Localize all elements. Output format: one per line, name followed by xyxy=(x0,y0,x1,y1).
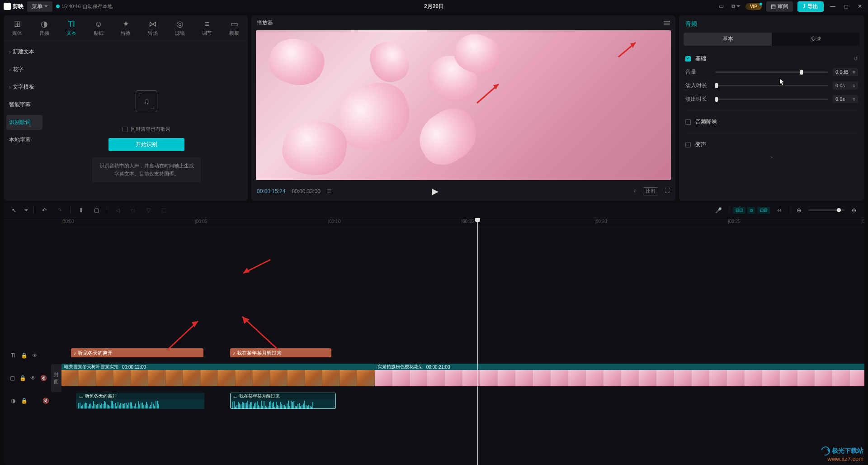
checkbox-icon xyxy=(123,127,128,132)
eye-icon[interactable]: 👁 xyxy=(30,375,36,381)
lock-icon[interactable]: 🔒 xyxy=(21,398,27,404)
lyric-description: 识别音轨中的人声，并自动在时间轴上生成字幕文本。目前仅支持国语。 xyxy=(92,157,201,182)
fadein-value[interactable]: 0.0s xyxy=(833,81,858,90)
autosave-text: 自动保存本地 xyxy=(83,3,113,10)
tool-d[interactable]: ⬚ xyxy=(159,205,169,215)
redo-button[interactable]: ↷ xyxy=(55,205,65,215)
timeline-tracks[interactable]: |00:00|00:05|00:10|00:15|00:20|00:25|00:… xyxy=(61,218,864,465)
mute-icon[interactable]: 🔇 xyxy=(40,375,47,381)
fadein-slider[interactable] xyxy=(715,85,828,86)
sidebar-item-5[interactable]: 本地字幕 xyxy=(6,133,42,147)
audio-clip[interactable]: ▭我在某年某月醒过来 xyxy=(230,393,336,409)
display-icon[interactable]: ⧉ xyxy=(731,2,741,10)
sidebar-item-3[interactable]: 智能字幕 xyxy=(6,97,42,112)
lock-icon[interactable]: 🔒 xyxy=(21,352,27,359)
snap-btn-2[interactable]: ⧈ xyxy=(747,207,755,214)
export-label: 导出 xyxy=(807,3,818,10)
mute-icon[interactable]: 🔇 xyxy=(42,398,49,404)
audio-clip[interactable]: ▭听见冬天的离开 xyxy=(76,393,204,409)
sidebar-item-2[interactable]: 文字模板 xyxy=(6,80,42,95)
vip-badge[interactable]: VIP xyxy=(745,3,762,10)
media-tab-0[interactable]: ⊞媒体 xyxy=(4,15,31,40)
pointer-tool[interactable]: ↖ xyxy=(9,205,19,215)
ruler-label: |00:30 xyxy=(861,219,864,224)
tool-chevron-icon[interactable] xyxy=(24,209,28,211)
align-icon[interactable]: ⇔ xyxy=(774,205,784,215)
split-button[interactable]: Ⅱ xyxy=(76,205,86,215)
status-dot-icon xyxy=(56,5,60,8)
fadeout-value[interactable]: 0.0s xyxy=(833,95,858,103)
video-clip-duration: 00:00:21:00 xyxy=(426,365,450,370)
reset-icon[interactable]: ↺ xyxy=(854,56,858,62)
sidebar-item-4[interactable]: 识别歌词 xyxy=(6,115,42,130)
cover-tag[interactable]: 封面 xyxy=(51,364,61,392)
tool-b[interactable]: □ xyxy=(128,205,138,215)
media-tab-icon: ◑ xyxy=(41,19,48,29)
media-tab-6[interactable]: ◎滤镜 xyxy=(166,15,193,40)
mic-icon[interactable]: 🎤 xyxy=(713,205,723,215)
media-tab-1[interactable]: ◑音频 xyxy=(31,15,58,40)
review-button[interactable]: ▤ 审阅 xyxy=(766,1,793,12)
audio-properties-panel: 音频 基本 变速 基础 ↺ 音量 0.0dB 淡入时长 0.0s 淡出时长 0.… xyxy=(679,15,864,201)
menu-button[interactable]: 菜单 xyxy=(27,1,52,12)
audio-track[interactable]: ▭听见冬天的离开▭我在某年某月醒过来 xyxy=(61,391,864,411)
fadeout-slider[interactable] xyxy=(715,99,828,100)
snap-btn-3[interactable]: ⊡⊟ xyxy=(757,207,770,214)
layout-icon[interactable]: ▭ xyxy=(717,2,726,10)
eye-icon[interactable]: 👁 xyxy=(32,352,38,359)
start-recognition-button[interactable]: 开始识别 xyxy=(108,138,184,151)
media-tab-3[interactable]: ☺贴纸 xyxy=(85,15,112,40)
list-view-icon[interactable]: ☰ xyxy=(327,188,332,195)
noise-reduce-checkbox[interactable] xyxy=(685,119,691,125)
delete-button[interactable]: ▢ xyxy=(91,205,101,215)
media-tab-label: 调节 xyxy=(202,30,212,37)
zoom-fit-icon[interactable]: ⊚ xyxy=(849,205,859,215)
time-ruler[interactable]: |00:00|00:05|00:10|00:15|00:20|00:25|00:… xyxy=(61,218,864,227)
zoom-out-icon[interactable]: ⊖ xyxy=(794,205,804,215)
media-tab-8[interactable]: ▭模板 xyxy=(221,15,248,40)
clear-existing-checkbox[interactable]: 同时清空已有歌词 xyxy=(123,126,170,133)
media-tab-5[interactable]: ⋈转场 xyxy=(139,15,166,40)
expand-icon[interactable]: ⌄ xyxy=(679,151,864,161)
volume-value[interactable]: 0.0dB xyxy=(833,68,858,76)
player-panel: 播放器 00:00:15:24 00:00:33:00 ☰ ▶ ⌕ 比例 ⛶ xyxy=(251,15,675,201)
tab-speed[interactable]: 变速 xyxy=(772,33,860,46)
media-tab-2[interactable]: TI文本 xyxy=(58,15,85,40)
voice-change-checkbox[interactable] xyxy=(685,142,691,147)
media-tab-icon: ✦ xyxy=(123,19,129,29)
player-menu-icon[interactable] xyxy=(664,21,670,25)
text-clip[interactable]: ♪我在某年某月醒过来 xyxy=(230,348,331,357)
export-button[interactable]: ⤴ 导出 xyxy=(797,1,824,12)
text-clip[interactable]: ♪听见冬天的离开 xyxy=(71,348,203,357)
ratio-button[interactable]: 比例 xyxy=(643,187,658,195)
fadeout-label: 淡出时长 xyxy=(685,95,711,103)
tool-a[interactable]: ◁ xyxy=(113,205,123,215)
sidebar-item-1[interactable]: 花字 xyxy=(6,62,42,77)
video-clip[interactable]: 实景拍摄粉色樱花花朵00:00:21:00 xyxy=(375,364,864,386)
play-button[interactable]: ▶ xyxy=(432,186,439,196)
basic-checkbox[interactable] xyxy=(685,56,691,62)
noise-reduce-row[interactable]: 音频降噪 xyxy=(679,115,864,128)
media-tab-7[interactable]: ≡调节 xyxy=(193,15,221,40)
voice-change-row[interactable]: 变声 xyxy=(679,138,864,151)
video-clip[interactable]: 唯美雪景冬天树叶雪景实拍00:00:12:00 xyxy=(61,364,375,386)
video-track[interactable]: 唯美雪景冬天树叶雪景实拍00:00:12:00实景拍摄粉色樱花花朵00:00:2… xyxy=(61,363,864,388)
text-track[interactable]: ♪听见冬天的离开♪我在某年某月醒过来 xyxy=(61,343,864,363)
lock-icon[interactable]: 🔒 xyxy=(19,375,26,381)
sidebar-item-0[interactable]: 新建文本 xyxy=(6,44,42,59)
undo-button[interactable]: ↶ xyxy=(39,205,49,215)
media-tab-4[interactable]: ✦特效 xyxy=(112,15,139,40)
maximize-button[interactable]: ◻ xyxy=(842,2,851,11)
zoom-slider[interactable] xyxy=(808,209,844,211)
tab-basic[interactable]: 基本 xyxy=(684,33,772,46)
tool-c[interactable]: ▽ xyxy=(143,205,153,215)
minimize-button[interactable]: — xyxy=(828,2,837,11)
volume-slider[interactable] xyxy=(715,71,828,73)
playhead[interactable] xyxy=(477,218,478,465)
crop-icon[interactable]: ⌕ xyxy=(633,187,637,195)
fullscreen-icon[interactable]: ⛶ xyxy=(665,187,670,195)
snap-btn-1[interactable]: ⊟⊡ xyxy=(733,207,745,214)
close-button[interactable]: ✕ xyxy=(855,2,864,11)
video-preview[interactable] xyxy=(256,30,671,180)
ruler-label: |00:20 xyxy=(594,219,607,224)
